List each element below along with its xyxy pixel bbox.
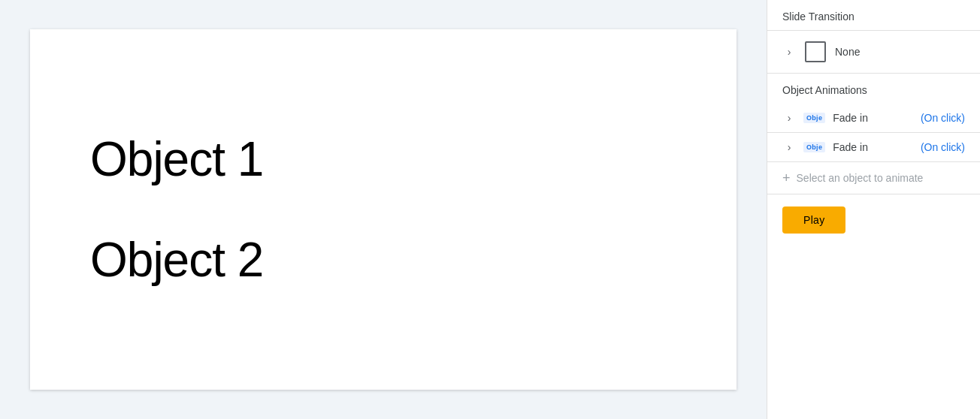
animation-row-1[interactable]: › Obje Fade in (On click) [767,104,980,133]
play-button[interactable]: Play [782,206,845,234]
animation2-chevron-icon: › [782,140,796,154]
slide-transition-header: Slide Transition [767,0,980,31]
animation2-trigger: (On click) [921,141,965,153]
play-section: Play [767,194,980,246]
transition-icon-box [805,41,826,62]
transition-chevron-icon: › [782,45,796,59]
right-panel: Slide Transition › None Object Animation… [767,0,980,419]
animation2-type: Fade in [833,141,913,153]
plus-icon: + [782,171,791,185]
transition-none-label: None [835,46,965,58]
canvas-area: Object 1 Object 2 [0,0,767,419]
animation1-trigger: (On click) [921,112,965,124]
slide-canvas: Object 1 Object 2 [30,29,737,390]
object-animations-header: Object Animations [767,74,980,104]
animation2-badge: Obje [803,142,825,152]
animation-row-2[interactable]: › Obje Fade in (On click) [767,133,980,162]
slide-transition-section: Slide Transition › None [767,0,980,74]
object-animations-section: Object Animations › Obje Fade in (On cli… [767,74,980,194]
animation1-badge: Obje [803,113,825,123]
slide-object-2[interactable]: Object 2 [90,232,263,288]
slide-object-1[interactable]: Object 1 [90,131,263,187]
animation1-chevron-icon: › [782,111,796,125]
select-object-label: Select an object to animate [797,172,924,184]
transition-row[interactable]: › None [767,31,980,74]
animation1-type: Fade in [833,112,913,124]
select-object-row[interactable]: + Select an object to animate [767,162,980,194]
